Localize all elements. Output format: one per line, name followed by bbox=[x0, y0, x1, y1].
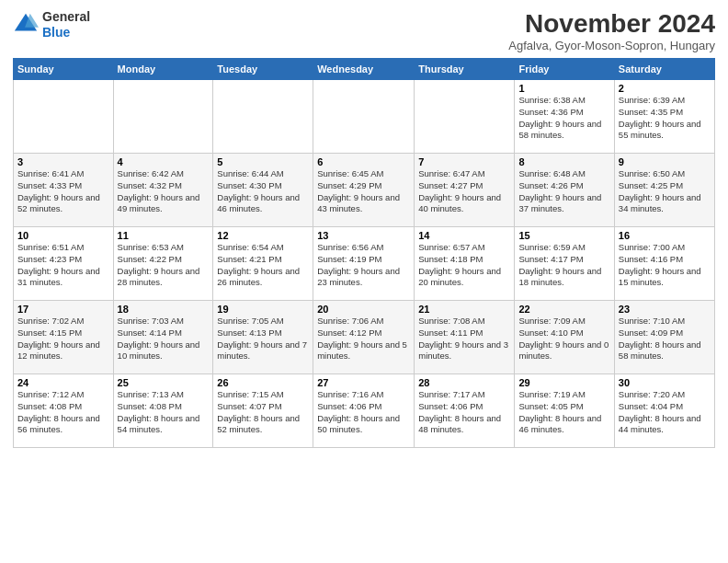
day-number: 1 bbox=[518, 83, 609, 94]
day-info: Sunrise: 7:09 AM Sunset: 4:10 PM Dayligh… bbox=[518, 316, 609, 362]
day-info: Sunrise: 6:51 AM Sunset: 4:23 PM Dayligh… bbox=[17, 242, 109, 289]
calendar-cell bbox=[313, 80, 415, 154]
header-day-sunday: Sunday bbox=[14, 59, 114, 80]
calendar-cell: 28Sunrise: 7:17 AM Sunset: 4:06 PM Dayli… bbox=[415, 374, 515, 448]
day-number: 30 bbox=[619, 377, 711, 388]
location: Agfalva, Gyor-Moson-Sopron, Hungary bbox=[508, 39, 715, 52]
day-info: Sunrise: 6:38 AM Sunset: 4:36 PM Dayligh… bbox=[518, 95, 609, 142]
day-info: Sunrise: 7:06 AM Sunset: 4:12 PM Dayligh… bbox=[317, 316, 410, 362]
calendar-cell: 16Sunrise: 7:00 AM Sunset: 4:16 PM Dayli… bbox=[614, 227, 714, 301]
calendar-cell: 22Sunrise: 7:09 AM Sunset: 4:10 PM Dayli… bbox=[515, 301, 614, 374]
day-number: 16 bbox=[619, 230, 711, 241]
day-info: Sunrise: 7:02 AM Sunset: 4:15 PM Dayligh… bbox=[17, 316, 109, 362]
day-info: Sunrise: 6:39 AM Sunset: 4:35 PM Dayligh… bbox=[619, 95, 711, 142]
day-number: 12 bbox=[217, 230, 309, 241]
day-info: Sunrise: 7:12 AM Sunset: 4:08 PM Dayligh… bbox=[17, 389, 109, 436]
day-info: Sunrise: 6:44 AM Sunset: 4:30 PM Dayligh… bbox=[217, 168, 309, 215]
calendar-cell bbox=[415, 80, 515, 154]
day-info: Sunrise: 7:10 AM Sunset: 4:09 PM Dayligh… bbox=[619, 316, 711, 362]
day-number: 19 bbox=[217, 304, 309, 315]
day-number: 11 bbox=[118, 230, 210, 241]
logo-general: General bbox=[42, 9, 90, 24]
day-number: 28 bbox=[418, 377, 510, 388]
calendar-cell: 21Sunrise: 7:08 AM Sunset: 4:11 PM Dayli… bbox=[415, 301, 515, 374]
calendar-cell: 27Sunrise: 7:16 AM Sunset: 4:06 PM Dayli… bbox=[313, 374, 415, 448]
header-day-thursday: Thursday bbox=[415, 59, 515, 80]
day-info: Sunrise: 7:05 AM Sunset: 4:13 PM Dayligh… bbox=[217, 316, 309, 362]
day-info: Sunrise: 7:15 AM Sunset: 4:07 PM Dayligh… bbox=[217, 389, 309, 436]
day-info: Sunrise: 6:41 AM Sunset: 4:33 PM Dayligh… bbox=[17, 168, 109, 215]
calendar-week-row: 17Sunrise: 7:02 AM Sunset: 4:15 PM Dayli… bbox=[14, 301, 715, 374]
day-info: Sunrise: 7:08 AM Sunset: 4:11 PM Dayligh… bbox=[418, 316, 510, 362]
calendar-cell: 3Sunrise: 6:41 AM Sunset: 4:33 PM Daylig… bbox=[14, 154, 114, 227]
calendar-table: SundayMondayTuesdayWednesdayThursdayFrid… bbox=[13, 58, 715, 448]
day-info: Sunrise: 6:45 AM Sunset: 4:29 PM Dayligh… bbox=[317, 168, 410, 215]
day-number: 18 bbox=[118, 304, 210, 315]
day-number: 8 bbox=[518, 156, 609, 167]
day-number: 27 bbox=[317, 377, 410, 388]
header-day-wednesday: Wednesday bbox=[313, 59, 415, 80]
calendar-cell: 2Sunrise: 6:39 AM Sunset: 4:35 PM Daylig… bbox=[614, 80, 714, 154]
calendar-cell: 24Sunrise: 7:12 AM Sunset: 4:08 PM Dayli… bbox=[14, 374, 114, 448]
calendar-cell: 1Sunrise: 6:38 AM Sunset: 4:36 PM Daylig… bbox=[515, 80, 614, 154]
day-info: Sunrise: 7:16 AM Sunset: 4:06 PM Dayligh… bbox=[317, 389, 410, 436]
title-area: November 2024 Agfalva, Gyor-Moson-Sopron… bbox=[508, 9, 715, 52]
logo: General Blue bbox=[13, 9, 90, 40]
calendar-cell: 30Sunrise: 7:20 AM Sunset: 4:04 PM Dayli… bbox=[614, 374, 714, 448]
calendar-cell: 20Sunrise: 7:06 AM Sunset: 4:12 PM Dayli… bbox=[313, 301, 415, 374]
day-info: Sunrise: 6:53 AM Sunset: 4:22 PM Dayligh… bbox=[118, 242, 210, 289]
month-title: November 2024 bbox=[508, 9, 715, 39]
day-info: Sunrise: 6:42 AM Sunset: 4:32 PM Dayligh… bbox=[118, 168, 210, 215]
calendar-cell: 25Sunrise: 7:13 AM Sunset: 4:08 PM Dayli… bbox=[113, 374, 213, 448]
logo-blue: Blue bbox=[42, 25, 70, 40]
day-number: 6 bbox=[317, 156, 410, 167]
day-info: Sunrise: 7:17 AM Sunset: 4:06 PM Dayligh… bbox=[418, 389, 510, 436]
calendar-week-row: 1Sunrise: 6:38 AM Sunset: 4:36 PM Daylig… bbox=[14, 80, 715, 154]
logo-icon bbox=[13, 12, 39, 38]
calendar-cell: 5Sunrise: 6:44 AM Sunset: 4:30 PM Daylig… bbox=[213, 154, 313, 227]
calendar-cell bbox=[113, 80, 213, 154]
calendar-cell: 8Sunrise: 6:48 AM Sunset: 4:26 PM Daylig… bbox=[515, 154, 614, 227]
day-info: Sunrise: 6:48 AM Sunset: 4:26 PM Dayligh… bbox=[518, 168, 609, 215]
day-info: Sunrise: 7:00 AM Sunset: 4:16 PM Dayligh… bbox=[619, 242, 711, 289]
day-number: 24 bbox=[17, 377, 109, 388]
calendar-cell: 12Sunrise: 6:54 AM Sunset: 4:21 PM Dayli… bbox=[213, 227, 313, 301]
header-day-friday: Friday bbox=[515, 59, 614, 80]
calendar-cell: 4Sunrise: 6:42 AM Sunset: 4:32 PM Daylig… bbox=[113, 154, 213, 227]
day-info: Sunrise: 6:47 AM Sunset: 4:27 PM Dayligh… bbox=[418, 168, 510, 215]
header-day-saturday: Saturday bbox=[614, 59, 714, 80]
day-number: 20 bbox=[317, 304, 410, 315]
day-number: 23 bbox=[619, 304, 711, 315]
day-info: Sunrise: 6:56 AM Sunset: 4:19 PM Dayligh… bbox=[317, 242, 410, 289]
day-number: 9 bbox=[619, 156, 711, 167]
header: General Blue November 2024 Agfalva, Gyor… bbox=[13, 9, 715, 52]
calendar-cell: 15Sunrise: 6:59 AM Sunset: 4:17 PM Dayli… bbox=[515, 227, 614, 301]
calendar-cell: 7Sunrise: 6:47 AM Sunset: 4:27 PM Daylig… bbox=[415, 154, 515, 227]
day-number: 5 bbox=[217, 156, 309, 167]
day-number: 22 bbox=[518, 304, 609, 315]
day-info: Sunrise: 7:03 AM Sunset: 4:14 PM Dayligh… bbox=[118, 316, 210, 362]
calendar-cell: 23Sunrise: 7:10 AM Sunset: 4:09 PM Dayli… bbox=[614, 301, 714, 374]
calendar-cell: 11Sunrise: 6:53 AM Sunset: 4:22 PM Dayli… bbox=[113, 227, 213, 301]
day-info: Sunrise: 7:20 AM Sunset: 4:04 PM Dayligh… bbox=[619, 389, 711, 436]
calendar-cell: 17Sunrise: 7:02 AM Sunset: 4:15 PM Dayli… bbox=[14, 301, 114, 374]
calendar-header-row: SundayMondayTuesdayWednesdayThursdayFrid… bbox=[14, 59, 715, 80]
calendar-cell: 18Sunrise: 7:03 AM Sunset: 4:14 PM Dayli… bbox=[113, 301, 213, 374]
page: General Blue November 2024 Agfalva, Gyor… bbox=[0, 0, 728, 563]
calendar-cell: 26Sunrise: 7:15 AM Sunset: 4:07 PM Dayli… bbox=[213, 374, 313, 448]
calendar-week-row: 10Sunrise: 6:51 AM Sunset: 4:23 PM Dayli… bbox=[14, 227, 715, 301]
day-info: Sunrise: 6:54 AM Sunset: 4:21 PM Dayligh… bbox=[217, 242, 309, 289]
calendar-cell: 14Sunrise: 6:57 AM Sunset: 4:18 PM Dayli… bbox=[415, 227, 515, 301]
day-number: 13 bbox=[317, 230, 410, 241]
day-number: 3 bbox=[17, 156, 109, 167]
calendar-week-row: 3Sunrise: 6:41 AM Sunset: 4:33 PM Daylig… bbox=[14, 154, 715, 227]
calendar-cell bbox=[14, 80, 114, 154]
calendar-cell: 9Sunrise: 6:50 AM Sunset: 4:25 PM Daylig… bbox=[614, 154, 714, 227]
day-number: 10 bbox=[17, 230, 109, 241]
calendar-cell: 19Sunrise: 7:05 AM Sunset: 4:13 PM Dayli… bbox=[213, 301, 313, 374]
day-info: Sunrise: 6:50 AM Sunset: 4:25 PM Dayligh… bbox=[619, 168, 711, 215]
day-number: 29 bbox=[518, 377, 609, 388]
calendar-cell: 10Sunrise: 6:51 AM Sunset: 4:23 PM Dayli… bbox=[14, 227, 114, 301]
day-number: 7 bbox=[418, 156, 510, 167]
day-number: 14 bbox=[418, 230, 510, 241]
